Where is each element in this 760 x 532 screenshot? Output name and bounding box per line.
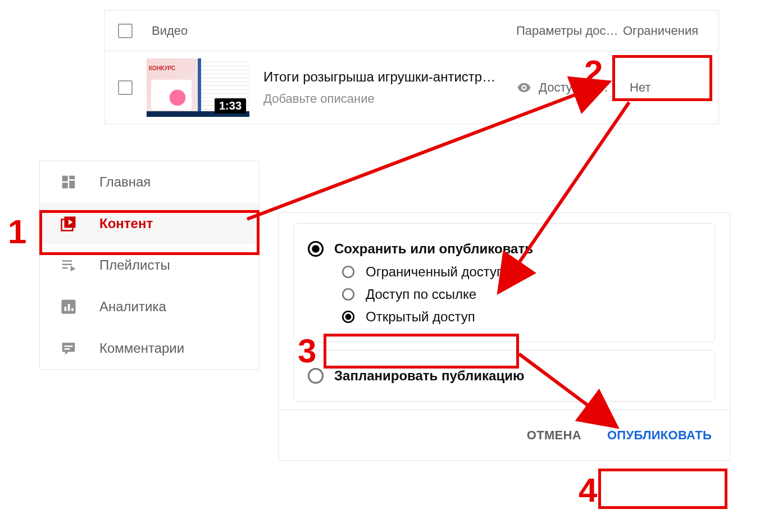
annotation-box-3 — [324, 334, 519, 369]
playlist-icon — [60, 257, 77, 274]
svg-rect-0 — [62, 176, 68, 181]
svg-rect-16 — [65, 348, 70, 350]
radio-label: Открытый доступ — [366, 309, 475, 325]
column-video-header: Видео — [152, 24, 188, 38]
sidebar-item-analytics[interactable]: Аналитика — [40, 286, 259, 328]
radio-label: Запланировать публикацию — [334, 368, 524, 384]
analytics-icon — [60, 298, 77, 315]
sidebar-item-label: Плейлисты — [99, 257, 170, 273]
svg-point-20 — [343, 289, 354, 300]
sidebar-item-comments[interactable]: Комментарии — [40, 328, 259, 369]
comments-icon — [60, 340, 77, 357]
svg-marker-10 — [71, 266, 76, 271]
svg-rect-9 — [62, 267, 68, 269]
radio-label: Ограниченный доступ — [366, 264, 504, 280]
radio-unlisted[interactable]: Доступ по ссылке — [341, 283, 701, 306]
video-access-cell[interactable]: Доступ по… — [516, 80, 623, 96]
svg-point-23 — [309, 369, 323, 383]
radio-icon — [341, 265, 356, 279]
select-all-checkbox[interactable] — [118, 24, 133, 38]
annotation-number-3: 3 — [298, 331, 316, 370]
radio-public[interactable]: Открытый доступ — [341, 306, 701, 328]
radio-private[interactable]: Ограниченный доступ — [341, 261, 701, 283]
annotation-number-4: 4 — [579, 471, 597, 510]
sidebar-item-label: Главная — [99, 174, 151, 190]
studio-sidebar: Главная Контент Плейлисты Аналитика Комм… — [39, 161, 260, 370]
radio-icon — [341, 287, 356, 302]
annotation-box-2 — [612, 55, 712, 101]
svg-point-19 — [343, 266, 354, 278]
video-description-placeholder[interactable]: Добавьте описание — [263, 92, 516, 106]
radio-icon-selected — [307, 240, 324, 257]
svg-rect-3 — [69, 181, 75, 189]
svg-point-18 — [312, 245, 320, 253]
panel-footer: ОТМЕНА ОПУБЛИКОВАТЬ — [279, 410, 730, 460]
annotation-number-1: 1 — [8, 212, 26, 251]
svg-rect-15 — [65, 345, 73, 347]
column-restrictions-header: Ограничения — [623, 24, 718, 38]
cancel-button[interactable]: ОТМЕНА — [524, 422, 585, 448]
svg-rect-14 — [71, 308, 74, 311]
select-video-checkbox[interactable] — [118, 80, 133, 95]
svg-point-22 — [345, 314, 352, 320]
radio-icon-selected — [341, 310, 356, 324]
dashboard-icon — [60, 174, 77, 190]
save-or-publish-card: Сохранить или опубликовать Ограниченный … — [293, 223, 715, 342]
column-access-header: Параметры дос… — [516, 24, 623, 38]
svg-rect-2 — [62, 183, 68, 188]
sidebar-item-label: Аналитика — [99, 299, 166, 315]
svg-rect-8 — [62, 264, 72, 266]
annotation-number-2: 2 — [584, 53, 603, 92]
publish-button[interactable]: ОПУБЛИКОВАТЬ — [604, 422, 715, 448]
svg-rect-12 — [65, 307, 67, 311]
video-thumbnail[interactable]: 1:33 — [147, 58, 249, 117]
video-title[interactable]: Итоги розыгрыша игрушки-антистр… — [263, 69, 511, 85]
video-list-header: Видео Параметры дос… Ограничения — [104, 11, 718, 51]
visibility-icon — [516, 80, 532, 96]
radio-label: Сохранить или опубликовать — [334, 241, 533, 257]
radio-label: Доступ по ссылке — [366, 287, 476, 302]
svg-rect-1 — [69, 176, 75, 179]
svg-rect-7 — [62, 260, 72, 262]
radio-save-or-publish[interactable]: Сохранить или опубликовать — [307, 237, 701, 261]
annotation-box-1 — [39, 210, 260, 255]
annotation-box-4 — [598, 469, 727, 509]
sidebar-item-label: Комментарии — [99, 340, 184, 356]
video-duration: 1:33 — [215, 98, 246, 113]
sidebar-item-home[interactable]: Главная — [40, 161, 259, 203]
svg-rect-13 — [68, 304, 70, 311]
